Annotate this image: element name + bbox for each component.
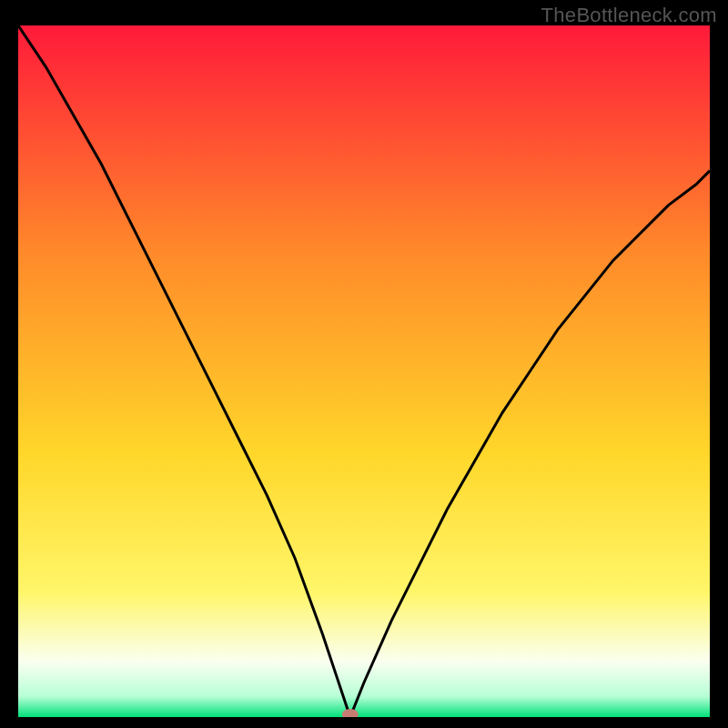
gradient-background bbox=[18, 25, 710, 717]
watermark-text: TheBottleneck.com bbox=[541, 4, 717, 27]
chart-frame: TheBottleneck.com bbox=[0, 0, 728, 728]
bottleneck-chart bbox=[18, 25, 710, 717]
